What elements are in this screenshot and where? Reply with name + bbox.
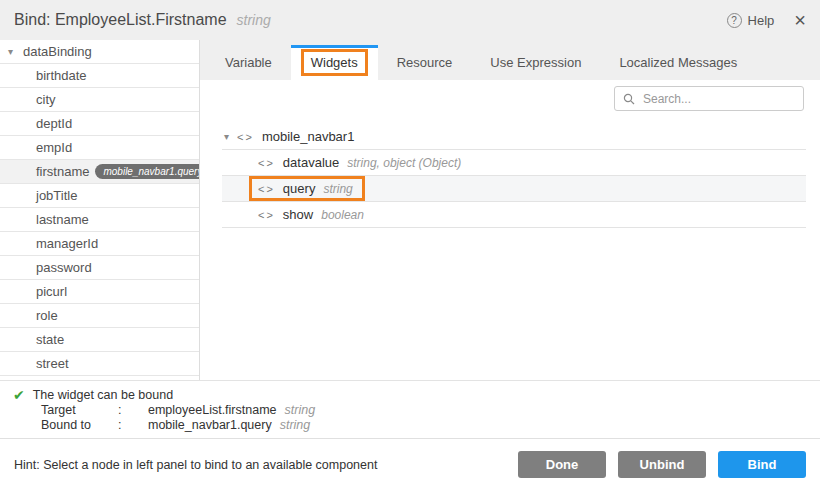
status-colon: : — [118, 403, 148, 418]
tab-content: ▾ <> mobile_navbar1 <> datavalue string,… — [200, 80, 820, 380]
dialog-header: Bind: EmployeeList.Firstname string ? He… — [0, 0, 820, 40]
help-button[interactable]: ? Help — [727, 13, 775, 28]
close-icon[interactable]: × — [794, 10, 806, 30]
sidebar-item-jobtitle[interactable]: jobTitle — [0, 184, 199, 208]
tab-localized-messages[interactable]: Localized Messages — [600, 45, 756, 80]
sidebar-item-city[interactable]: city — [0, 88, 199, 112]
annotation-highlight: Widgets — [301, 49, 368, 76]
sidebar-root-label: dataBinding — [23, 44, 92, 59]
code-brackets-icon: <> — [237, 131, 254, 143]
search-icon — [623, 93, 635, 105]
tab-label: Localized Messages — [619, 55, 737, 70]
status-line: ✔ The widget can be bound — [13, 387, 804, 403]
code-brackets-icon: <> — [258, 157, 275, 169]
tree-node-label: datavalue — [283, 155, 339, 170]
caret-down-icon[interactable]: ▾ — [224, 131, 229, 142]
status-message: The widget can be bound — [33, 388, 173, 402]
status-value: mobile_navbar1.query — [148, 418, 272, 433]
sidebar-item-label: city — [36, 92, 56, 107]
caret-down-icon[interactable]: ▾ — [8, 46, 13, 57]
tab-label: Use Expression — [490, 55, 581, 70]
tab-bar: Variable Widgets Resource Use Expression… — [200, 40, 820, 80]
status-boundto-row: Bound to : mobile_navbar1.query string — [41, 418, 804, 433]
sidebar-item-databinding[interactable]: ▾ dataBinding — [0, 40, 199, 64]
status-value: employeeList.firstname — [148, 403, 277, 418]
widget-tree: ▾ <> mobile_navbar1 <> datavalue string,… — [222, 124, 806, 228]
search-input[interactable] — [641, 91, 795, 107]
status-colon: : — [118, 418, 148, 433]
sidebar-item-label: password — [36, 260, 92, 275]
sidebar-item-state[interactable]: state — [0, 328, 199, 352]
sidebar-item-firstname[interactable]: firstname mobile_navbar1.query — [0, 160, 199, 184]
tree-node-label: mobile_navbar1 — [262, 129, 355, 144]
sidebar-item-picurl[interactable]: picurl — [0, 280, 199, 304]
sidebar-item-label: firstname — [36, 164, 89, 179]
sidebar-item-label: lastname — [36, 212, 89, 227]
status-value-type: string — [285, 403, 316, 418]
status-key: Bound to — [41, 418, 118, 433]
footer-bar: Hint: Select a node in left panel to bin… — [0, 438, 820, 490]
binding-badge: mobile_navbar1.query — [95, 164, 200, 179]
sidebar-item-label: deptId — [36, 116, 72, 131]
code-brackets-icon: <> — [258, 183, 275, 195]
sidebar-item-managerid[interactable]: managerId — [0, 232, 199, 256]
sidebar-item-lastname[interactable]: lastname — [0, 208, 199, 232]
tab-resource[interactable]: Resource — [378, 45, 472, 80]
sidebar-item-label: managerId — [36, 236, 98, 251]
tree-node-show[interactable]: <> show boolean — [222, 202, 806, 228]
unbind-button[interactable]: Unbind — [618, 451, 706, 478]
bind-button[interactable]: Bind — [718, 451, 806, 478]
field-list-panel: ▾ dataBinding birthdate city deptId empI… — [0, 40, 200, 380]
bind-source-panel: Variable Widgets Resource Use Expression… — [200, 40, 820, 380]
status-key: Target — [41, 403, 118, 418]
dialog-title: Bind: EmployeeList.Firstname — [14, 11, 227, 29]
sidebar-item-username[interactable]: username — [0, 376, 199, 380]
check-icon: ✔ — [13, 387, 25, 403]
sidebar-item-label: role — [36, 308, 58, 323]
status-value-type: string — [280, 418, 311, 433]
tree-node-mobile-navbar1[interactable]: ▾ <> mobile_navbar1 — [222, 124, 806, 150]
help-icon: ? — [727, 13, 742, 28]
tab-label: Widgets — [311, 55, 358, 70]
dialog-title-type: string — [237, 12, 271, 28]
status-panel: ✔ The widget can be bound Target : emplo… — [0, 380, 820, 438]
bind-dialog: Bind: EmployeeList.Firstname string ? He… — [0, 0, 820, 490]
code-brackets-icon: <> — [258, 209, 275, 221]
annotation-highlight: <> query string — [249, 176, 365, 201]
header-actions: ? Help × — [727, 10, 806, 30]
dialog-body: ▾ dataBinding birthdate city deptId empI… — [0, 40, 820, 380]
sidebar-item-label: street — [36, 356, 69, 371]
tree-node-type: string — [323, 182, 352, 196]
sidebar-item-label: empId — [36, 140, 72, 155]
tree-node-label: query — [283, 181, 316, 196]
footer-buttons: Done Unbind Bind — [518, 451, 806, 478]
tab-use-expression[interactable]: Use Expression — [471, 45, 600, 80]
tab-variable[interactable]: Variable — [206, 45, 291, 80]
sidebar-item-empid[interactable]: empId — [0, 136, 199, 160]
sidebar-item-label: jobTitle — [36, 188, 77, 203]
sidebar-item-label: state — [36, 332, 64, 347]
sidebar-item-street[interactable]: street — [0, 352, 199, 376]
sidebar-item-label: picurl — [36, 284, 67, 299]
search-box[interactable] — [614, 86, 804, 111]
help-label: Help — [748, 13, 775, 28]
sidebar-item-role[interactable]: role — [0, 304, 199, 328]
sidebar-item-label: birthdate — [36, 68, 87, 83]
sidebar-item-deptid[interactable]: deptId — [0, 112, 199, 136]
status-target-row: Target : employeeList.firstname string — [41, 403, 804, 418]
tree-node-query[interactable]: <> query string — [222, 176, 806, 202]
done-button[interactable]: Done — [518, 451, 606, 478]
hint-text: Hint: Select a node in left panel to bin… — [14, 458, 377, 472]
tree-node-datavalue[interactable]: <> datavalue string, object (Object) — [222, 150, 806, 176]
tab-label: Variable — [225, 55, 272, 70]
tree-node-type: string, object (Object) — [347, 156, 461, 170]
tree-node-type: boolean — [321, 208, 364, 222]
sidebar-item-password[interactable]: password — [0, 256, 199, 280]
sidebar-item-birthdate[interactable]: birthdate — [0, 64, 199, 88]
tab-label: Resource — [397, 55, 453, 70]
tab-widgets[interactable]: Widgets — [291, 45, 378, 80]
tree-node-label: show — [283, 207, 313, 222]
